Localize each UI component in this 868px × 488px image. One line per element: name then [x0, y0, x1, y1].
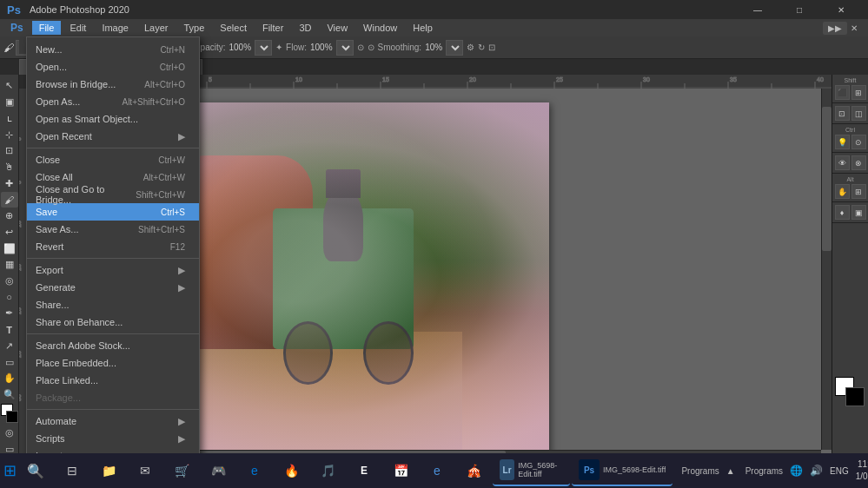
taskbar-games[interactable]: 🎮 [201, 455, 235, 486]
move-tool[interactable]: ↖ [1, 78, 18, 94]
flow-select[interactable]: ▼ [336, 40, 354, 56]
selection-tool[interactable]: ▣ [1, 95, 18, 110]
menu-item-behance[interactable]: Share on Behance... [27, 313, 199, 331]
volume-icon[interactable]: 🔊 [810, 465, 823, 477]
taskbar-photoshop[interactable]: Ps IMG_5698-Edit.tiff [572, 455, 673, 486]
text-tool[interactable]: T [1, 322, 18, 338]
menu-item-place-linked[interactable]: Place Linked... [27, 372, 199, 389]
start-button[interactable]: ⊞ [3, 455, 17, 486]
panel-icon-12[interactable]: ▣ [851, 205, 866, 220]
menu-item-automate[interactable]: Automate ▶ [27, 412, 199, 430]
menu-item-browse-bridge[interactable]: Browse in Bridge... Alt+Ctrl+O [27, 76, 199, 93]
taskbar-lightroom[interactable]: Lr IMG_5698-Edit.tiff [493, 455, 570, 486]
menu-window[interactable]: Window [356, 21, 404, 35]
taskbar-calendar[interactable]: 📅 [383, 455, 418, 486]
menu-type[interactable]: Type [177, 21, 212, 35]
taskbar-firefox[interactable]: 🔥 [274, 455, 308, 486]
zoom-tool[interactable]: 🔍 [1, 387, 18, 403]
menu-item-place-embedded[interactable]: Place Embedded... [27, 354, 199, 372]
minimize-button[interactable]: — [738, 0, 778, 19]
panel-icon-11[interactable]: ♦ [835, 205, 850, 220]
menu-edit[interactable]: Edit [63, 21, 93, 35]
close-button[interactable]: ✕ [821, 0, 861, 19]
spot-heal-tool[interactable]: ✚ [1, 175, 18, 191]
menu-item-open-recent[interactable]: Open Recent ▶ [27, 128, 199, 145]
background-color[interactable] [6, 411, 18, 423]
menu-item-save-as[interactable]: Save As... Shift+Ctrl+S [27, 221, 199, 238]
taskbar-explorer[interactable]: 📁 [91, 455, 126, 486]
menu-item-open-smart[interactable]: Open as Smart Object... [27, 110, 199, 128]
panel-icon-8[interactable]: ⊗ [851, 155, 866, 170]
menu-item-scripts[interactable]: Scripts ▶ [27, 430, 199, 447]
taskbar-epic[interactable]: E [347, 455, 381, 486]
vertical-scrollbar[interactable] [821, 89, 832, 450]
panel-icon-5[interactable]: 💡 [835, 135, 850, 149]
menu-item-close[interactable]: Close Ctrl+W [27, 151, 199, 168]
brush-options-icon[interactable]: ⊡ [488, 43, 495, 52]
eraser-tool[interactable]: ⬜ [1, 241, 18, 256]
taskbar-search[interactable]: 🔍 [18, 455, 53, 486]
menu-item-generate[interactable]: Generate ▶ [27, 279, 199, 296]
opacity-value[interactable]: 100% [229, 43, 251, 52]
gradient-tool[interactable]: ▦ [1, 257, 18, 273]
clone-tool[interactable]: ⊕ [1, 208, 18, 224]
brush-tool[interactable]: 🖌 [1, 192, 18, 208]
magic-wand-tool[interactable]: ⊹ [1, 127, 18, 142]
history-brush-tool[interactable]: ↩ [1, 224, 18, 240]
lasso-tool[interactable]: ʟ [1, 110, 18, 126]
panel-icon-2[interactable]: ⊞ [851, 85, 866, 100]
taskbar-chevron[interactable]: ▲ [726, 466, 735, 476]
taskbar-task-view[interactable]: ⊟ [55, 455, 89, 486]
menu-item-stock[interactable]: Search Adobe Stock... [27, 337, 199, 354]
maximize-button[interactable]: □ [779, 0, 819, 19]
taskbar-store[interactable]: 🛒 [164, 455, 199, 486]
smoothing-options-icon[interactable]: ⚙ [467, 43, 474, 52]
panel-icon-6[interactable]: ⊙ [851, 135, 866, 149]
taskbar-mail[interactable]: ✉ [128, 455, 162, 486]
panel-icon-10[interactable]: ⊞ [851, 184, 866, 199]
taskbar-edge[interactable]: e [237, 455, 272, 486]
panel-icon-7[interactable]: 👁 [835, 155, 850, 170]
panel-icon-4[interactable]: ◫ [851, 106, 866, 121]
menu-item-export[interactable]: Export ▶ [27, 261, 199, 279]
path-select-tool[interactable]: ↗ [1, 339, 18, 354]
programs-label2[interactable]: Programs [745, 466, 783, 476]
panel-icon-3[interactable]: ⊡ [835, 106, 850, 121]
menu-image[interactable]: Image [95, 21, 136, 35]
eyedropper-tool[interactable]: 🖱 [1, 160, 18, 175]
menu-help[interactable]: Help [406, 21, 440, 35]
menu-file[interactable]: File [32, 21, 62, 35]
menu-item-open[interactable]: Open... Ctrl+O [27, 58, 199, 76]
lang-indicator[interactable]: ENG [830, 466, 849, 476]
panel-icon-9[interactable]: ✋ [835, 184, 850, 199]
blur-tool[interactable]: ◎ [1, 274, 18, 289]
smoothing-select[interactable]: ▼ [446, 40, 463, 56]
hand-tool[interactable]: ✋ [1, 371, 18, 386]
taskbar-edge2[interactable]: e [420, 455, 454, 486]
menu-item-close-all[interactable]: Close All Alt+Ctrl+W [27, 168, 199, 186]
dodge-tool[interactable]: ○ [1, 289, 18, 305]
flow-value[interactable]: 100% [310, 43, 333, 52]
crop-tool[interactable]: ⊡ [1, 143, 18, 159]
background-swatch[interactable] [845, 387, 865, 406]
menu-item-save[interactable]: Save Ctrl+S [27, 203, 199, 221]
options-btn[interactable]: ▶▶ [823, 22, 847, 35]
smoothing-value[interactable]: 10% [425, 43, 442, 52]
menu-select[interactable]: Select [213, 21, 254, 35]
menu-3d[interactable]: 3D [292, 21, 318, 35]
programs-label1[interactable]: Programs [681, 466, 719, 476]
taskbar-adobe-game[interactable]: 🎪 [456, 455, 491, 486]
clock-display[interactable]: 11:48 AM 1/02/2020 [856, 458, 868, 483]
menu-ps[interactable]: Ps [3, 20, 30, 36]
pen-tool[interactable]: ✒ [1, 306, 18, 321]
shape-tool[interactable]: ▭ [1, 354, 18, 370]
opacity-select[interactable]: ▼ [255, 40, 272, 56]
taskbar-music[interactable]: 🎵 [310, 455, 345, 486]
close-doc-btn[interactable]: ✕ [851, 23, 858, 33]
menu-item-open-as[interactable]: Open As... Alt+Shift+Ctrl+O [27, 93, 199, 110]
edit-mode-btn[interactable]: ◎ [1, 425, 18, 441]
menu-item-new[interactable]: New... Ctrl+N [27, 41, 199, 58]
menu-filter[interactable]: Filter [255, 21, 290, 35]
menu-item-revert[interactable]: Revert F12 [27, 238, 199, 255]
panel-icon-1[interactable]: ⬛ [835, 85, 850, 100]
